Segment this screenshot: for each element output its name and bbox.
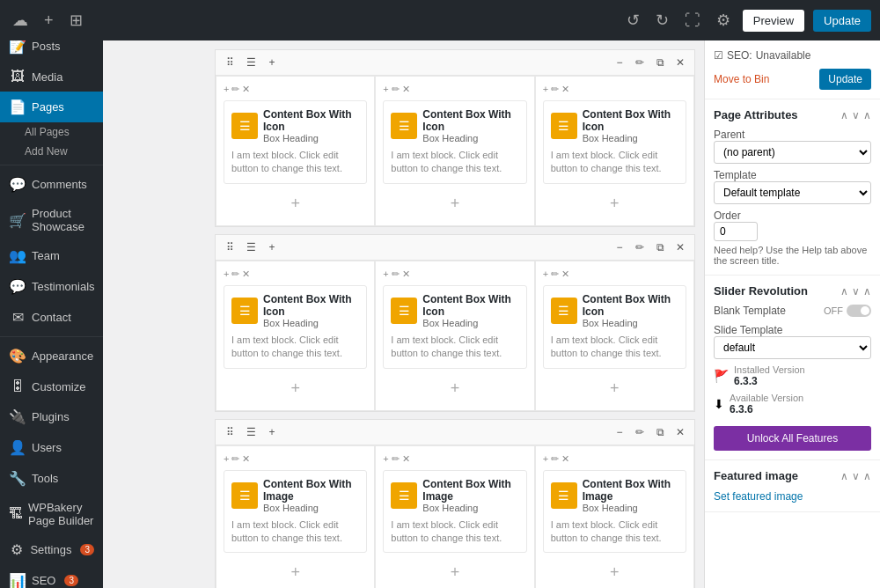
col-add-ctrl[interactable]: + <box>224 84 229 95</box>
col-close-ctrl[interactable]: ✕ <box>402 453 410 465</box>
row-minus-icon[interactable]: − <box>611 239 628 256</box>
col-edit-ctrl[interactable]: ✏ <box>392 453 400 465</box>
col-edit-ctrl[interactable]: ✏ <box>392 268 400 280</box>
col-add-ctrl[interactable]: + <box>383 453 388 465</box>
fi-down-icon[interactable]: ∨ <box>852 470 860 482</box>
pa-up-icon[interactable]: ∧ <box>840 109 848 121</box>
redo-icon[interactable]: ↻ <box>652 7 672 33</box>
col-add-block-1-3[interactable]: + <box>543 189 686 218</box>
col-close-ctrl[interactable]: ✕ <box>561 84 569 95</box>
col-edit-ctrl[interactable]: ✏ <box>551 84 559 95</box>
col-edit-ctrl[interactable]: ✏ <box>231 453 239 465</box>
sidebar-item-media[interactable]: 🖼 Media <box>0 62 103 92</box>
col-add-block-3-2[interactable]: + <box>383 558 526 587</box>
undo-icon[interactable]: ↺ <box>623 7 643 33</box>
row-list-icon[interactable]: ☰ <box>242 423 260 441</box>
sr-down-icon[interactable]: ∨ <box>852 285 860 298</box>
row-move-icon[interactable]: ⠿ <box>221 54 238 71</box>
fullscreen-icon[interactable]: ⛶ <box>681 8 704 33</box>
sidebar-item-users[interactable]: 👤 Users <box>0 432 103 463</box>
col-add-ctrl[interactable]: + <box>383 268 388 280</box>
sidebar-item-appearance[interactable]: 🎨 Appearance <box>0 341 103 371</box>
col-close-ctrl[interactable]: ✕ <box>561 453 569 465</box>
sr-up-icon[interactable]: ∧ <box>840 285 848 298</box>
fi-toggle-icon[interactable]: ∧ <box>863 470 871 482</box>
sidebar-item-settings[interactable]: ⚙ Settings 3 <box>0 534 103 565</box>
col-add-block-3-3[interactable]: + <box>543 558 686 587</box>
row-close-icon[interactable]: ✕ <box>671 54 689 71</box>
sr-toggle-icon[interactable]: ∧ <box>863 285 871 298</box>
sidebar-item-contact[interactable]: ✉ Contact <box>0 302 103 333</box>
row-add-icon[interactable]: + <box>263 54 281 71</box>
move-to-bin-link[interactable]: Move to Bin <box>714 73 769 85</box>
col-add-block-2-2[interactable]: + <box>383 374 526 403</box>
col-close-ctrl[interactable]: ✕ <box>242 84 250 95</box>
col-add-ctrl[interactable]: + <box>543 84 548 95</box>
sidebar-item-customize[interactable]: 🎛 Customize <box>0 371 103 401</box>
template-select[interactable]: Default template <box>714 181 871 204</box>
panel-update-button[interactable]: Update <box>819 69 871 90</box>
blank-template-toggle[interactable]: OFF <box>824 305 871 317</box>
sidebar-sub-all-pages[interactable]: All Pages <box>0 122 103 142</box>
row-list-icon[interactable]: ☰ <box>242 54 260 71</box>
col-add-ctrl[interactable]: + <box>543 453 548 465</box>
sidebar-item-product-showcase[interactable]: 🛒 Product Showcase <box>0 200 103 240</box>
row-copy-icon[interactable]: ⧉ <box>651 423 669 441</box>
fi-up-icon[interactable]: ∧ <box>840 470 848 482</box>
row-add-icon[interactable]: + <box>263 239 281 256</box>
settings-icon[interactable]: ⚙ <box>713 7 734 33</box>
row-list-icon[interactable]: ☰ <box>242 239 260 256</box>
row-copy-icon[interactable]: ⧉ <box>651 239 669 256</box>
col-close-ctrl[interactable]: ✕ <box>402 84 410 95</box>
col-add-block-2-3[interactable]: + <box>543 374 686 403</box>
col-close-ctrl[interactable]: ✕ <box>402 268 410 280</box>
sidebar-item-pages[interactable]: 📄 Pages <box>0 92 103 122</box>
add-icon[interactable]: + <box>40 8 57 33</box>
col-add-ctrl[interactable]: + <box>383 84 388 95</box>
row-minus-icon[interactable]: − <box>611 54 628 71</box>
col-close-ctrl[interactable]: ✕ <box>242 268 250 280</box>
sidebar-item-team[interactable]: 👥 Team <box>0 240 103 271</box>
cloud-icon[interactable]: ☁ <box>9 7 32 33</box>
sidebar-item-testimonials[interactable]: 💬 Testimonials <box>0 271 103 302</box>
toggle-dot[interactable] <box>847 305 871 317</box>
row-close-icon[interactable]: ✕ <box>671 239 689 256</box>
col-add-ctrl[interactable]: + <box>224 453 229 465</box>
sidebar-item-wpbakery[interactable]: 🏗 WPBakery Page Builder <box>0 494 103 534</box>
row-edit-icon[interactable]: ✏ <box>631 54 649 71</box>
col-add-ctrl[interactable]: + <box>224 268 229 280</box>
col-add-ctrl[interactable]: + <box>543 268 548 280</box>
col-close-ctrl[interactable]: ✕ <box>561 268 569 280</box>
col-add-block-1-2[interactable]: + <box>383 189 526 218</box>
col-add-block-2-1[interactable]: + <box>224 374 367 403</box>
unlock-all-features-button[interactable]: Unlock All Features <box>714 426 871 451</box>
col-edit-ctrl[interactable]: ✏ <box>392 84 400 95</box>
row-edit-icon[interactable]: ✏ <box>631 239 649 256</box>
col-edit-ctrl[interactable]: ✏ <box>231 84 239 95</box>
col-close-ctrl[interactable]: ✕ <box>242 453 250 465</box>
parent-select[interactable]: (no parent) <box>714 141 871 164</box>
update-button[interactable]: Update <box>813 10 871 32</box>
col-edit-ctrl[interactable]: ✏ <box>231 268 239 280</box>
row-add-icon[interactable]: + <box>263 423 281 441</box>
col-edit-ctrl[interactable]: ✏ <box>551 268 559 280</box>
sidebar-sub-add-new[interactable]: Add New <box>0 142 103 161</box>
row-copy-icon[interactable]: ⧉ <box>651 54 669 71</box>
preview-button[interactable]: Preview <box>743 10 804 32</box>
sidebar-item-seo[interactable]: 📊 SEO 3 <box>0 565 103 588</box>
row-minus-icon[interactable]: − <box>611 423 628 441</box>
col-add-block-1-1[interactable]: + <box>224 189 367 218</box>
set-featured-image-link[interactable]: Set featured image <box>714 490 803 503</box>
layout-icon[interactable]: ⊞ <box>66 7 86 33</box>
col-add-block-3-1[interactable]: + <box>224 558 367 587</box>
row-move-icon[interactable]: ⠿ <box>221 239 238 256</box>
order-input[interactable] <box>714 222 758 241</box>
row-edit-icon[interactable]: ✏ <box>631 423 649 441</box>
slide-template-select[interactable]: default <box>714 336 871 359</box>
row-close-icon[interactable]: ✕ <box>671 423 689 441</box>
sidebar-item-plugins[interactable]: 🔌 Plugins <box>0 401 103 432</box>
col-edit-ctrl[interactable]: ✏ <box>551 453 559 465</box>
sidebar-item-comments[interactable]: 💬 Comments <box>0 169 103 200</box>
pa-toggle-icon[interactable]: ∧ <box>863 109 871 121</box>
sidebar-item-tools[interactable]: 🔧 Tools <box>0 463 103 494</box>
